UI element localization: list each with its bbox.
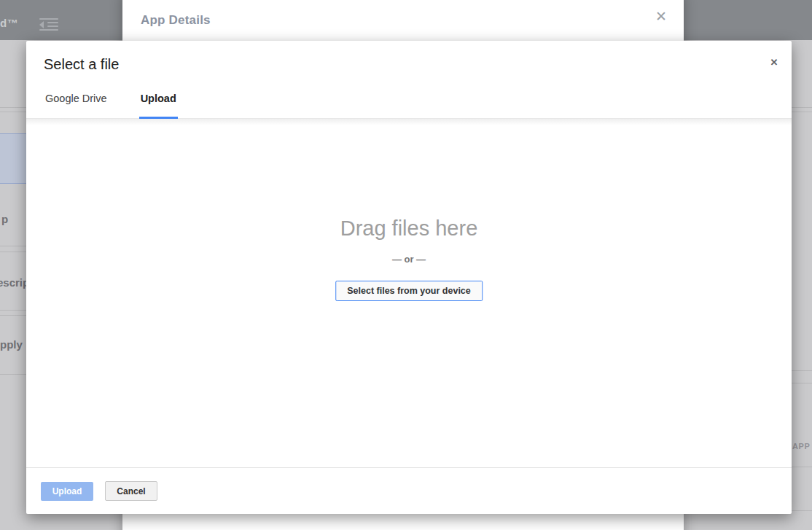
select-file-dialog: Select a file ✕ Google Drive Upload Drag…: [26, 41, 792, 514]
background-divider: [0, 315, 26, 316]
tab-google-drive[interactable]: Google Drive: [44, 93, 109, 119]
background-divider: [792, 510, 812, 511]
app-details-title: App Details: [141, 13, 211, 28]
dropzone-heading: Drag files here: [26, 217, 792, 241]
brand-logo-fragment: d™: [0, 17, 18, 29]
background-divider: [792, 370, 812, 371]
cancel-button[interactable]: Cancel: [105, 481, 157, 501]
upload-button[interactable]: Upload: [41, 482, 93, 501]
close-icon[interactable]: ✕: [653, 9, 669, 25]
background-divider: [0, 310, 26, 311]
dropzone-separator: — or —: [26, 254, 792, 265]
background-divider: [792, 467, 812, 467]
background-divider: [0, 246, 26, 246]
indent-decrease-icon[interactable]: [39, 18, 58, 31]
screen: d™ p escript pply APP App Details ✕ Sele…: [0, 0, 812, 530]
dialog-footer: Upload Cancel: [26, 467, 792, 514]
tab-upload[interactable]: Upload: [139, 93, 178, 119]
background-divider: [0, 374, 26, 375]
dialog-title: Select a file: [44, 56, 119, 73]
tab-bar: Google Drive Upload: [26, 80, 792, 119]
background-partial-label: pply: [0, 338, 23, 351]
select-files-button[interactable]: Select files from your device: [335, 281, 483, 301]
background-partial-label-app: APP: [792, 442, 810, 451]
background-divider: [792, 383, 812, 383]
background-partial-label: p: [1, 213, 8, 225]
upload-dropzone[interactable]: Drag files here — or — Select files from…: [26, 119, 792, 467]
background-divider: [0, 252, 26, 252]
close-icon[interactable]: ✕: [767, 55, 781, 70]
